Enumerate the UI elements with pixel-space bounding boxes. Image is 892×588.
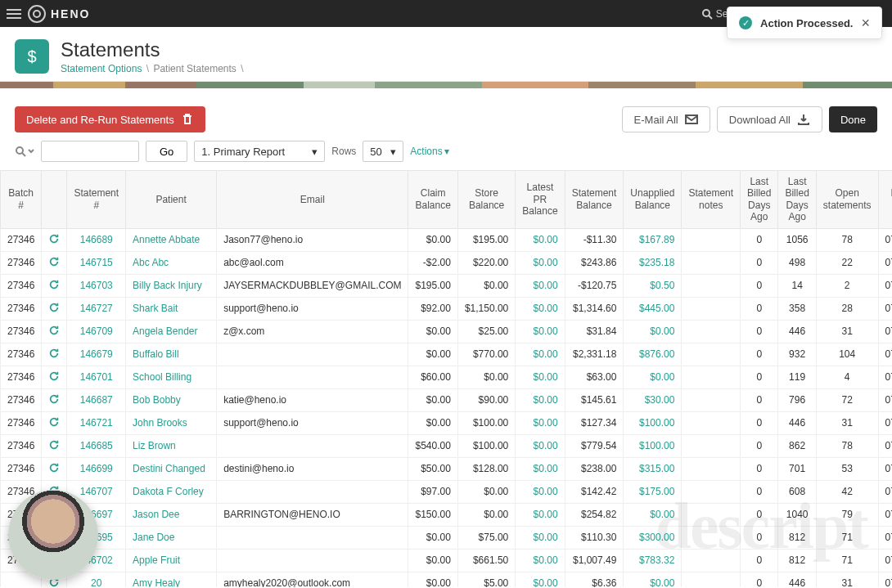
row-link[interactable]: Billy Back Injury xyxy=(133,280,202,291)
row-link[interactable]: Destini Changed xyxy=(133,463,205,474)
email-all-button[interactable]: E-Mail All xyxy=(622,106,710,132)
table-cell[interactable]: Annette Abbate xyxy=(126,228,217,251)
avatar[interactable] xyxy=(8,490,98,580)
table-cell[interactable] xyxy=(42,366,67,388)
row-link[interactable]: 146727 xyxy=(80,303,113,314)
table-cell[interactable]: John Brooks xyxy=(126,411,217,434)
table-cell[interactable]: 146687 xyxy=(67,388,126,411)
row-link[interactable]: Annette Abbate xyxy=(133,234,200,245)
table-row[interactable]: 27346146679Buffalo Bill$0.00$770.00$0.00… xyxy=(1,343,893,366)
download-all-button[interactable]: Download All xyxy=(717,106,822,132)
go-button[interactable]: Go xyxy=(146,141,187,162)
table-row[interactable]: 27346146727Shark Baitsupport@heno.io$92.… xyxy=(1,297,893,320)
table-row[interactable]: 27346146707Dakota F Corley$97.00$0.00$0.… xyxy=(1,480,893,503)
table-cell[interactable]: 146701 xyxy=(67,366,126,388)
table-cell[interactable]: 146727 xyxy=(67,297,126,320)
row-link[interactable]: 146721 xyxy=(80,417,113,429)
row-link[interactable]: John Brooks xyxy=(133,417,187,429)
refresh-icon[interactable] xyxy=(48,256,60,267)
close-icon[interactable]: × xyxy=(861,16,870,30)
table-column-header[interactable] xyxy=(42,171,67,229)
table-column-header[interactable]: Claim Balance xyxy=(408,171,457,229)
table-column-header[interactable]: Last Billed Days Ago xyxy=(778,171,816,229)
row-link[interactable]: 146701 xyxy=(80,371,113,383)
table-row[interactable]: 27346146709Angela Benderz@x.com$0.00$25.… xyxy=(1,320,893,343)
table-cell[interactable]: 146685 xyxy=(67,434,126,457)
table-cell[interactable]: Billy Back Injury xyxy=(126,274,217,297)
row-link[interactable]: School Billing xyxy=(133,371,191,383)
table-cell[interactable] xyxy=(42,228,67,251)
refresh-icon[interactable] xyxy=(48,325,60,336)
table-cell[interactable] xyxy=(42,320,67,343)
table-column-header[interactable]: Unapplied Balance xyxy=(624,171,682,229)
table-cell[interactable] xyxy=(42,388,67,411)
brand-logo[interactable]: HENO xyxy=(28,5,90,23)
table-row[interactable]: 27346146689Annette AbbateJason77@heno.io… xyxy=(1,228,893,251)
row-link[interactable]: 146707 xyxy=(80,486,113,497)
table-column-header[interactable]: Last Billed Days Ago xyxy=(741,171,778,229)
row-link[interactable]: 20 xyxy=(91,577,101,587)
table-row[interactable]: 27346146721John Brookssupport@heno.io$0.… xyxy=(1,411,893,434)
table-cell[interactable]: 146679 xyxy=(67,343,126,366)
row-link[interactable]: Apple Fruit xyxy=(133,554,180,566)
breadcrumb-statement-options[interactable]: Statement Options xyxy=(61,63,142,74)
table-cell[interactable]: School Billing xyxy=(126,366,217,388)
table-cell[interactable] xyxy=(42,434,67,457)
table-column-header[interactable]: Latest PR Balance xyxy=(516,171,565,229)
table-cell[interactable] xyxy=(42,457,67,480)
refresh-icon[interactable] xyxy=(48,370,60,382)
table-row[interactable]: 27346146715Abc Abcabc@aol.com-$2.00$220.… xyxy=(1,251,893,274)
table-column-header[interactable]: Last due date xyxy=(878,171,892,229)
table-cell[interactable]: Jason Dee xyxy=(126,503,217,526)
refresh-icon[interactable] xyxy=(48,302,60,313)
table-cell[interactable]: Amy Healy xyxy=(126,572,217,587)
refresh-icon[interactable] xyxy=(48,393,60,405)
table-cell[interactable]: 146689 xyxy=(67,228,126,251)
menu-icon[interactable] xyxy=(7,7,21,21)
refresh-icon[interactable] xyxy=(48,233,60,245)
row-link[interactable]: Shark Bait xyxy=(133,303,178,314)
table-column-header[interactable]: Statement # xyxy=(67,171,126,229)
row-link[interactable]: 146699 xyxy=(80,463,113,474)
table-cell[interactable]: 20 xyxy=(67,572,126,587)
table-row[interactable]: 27346146699Destini Changeddestini@heno.i… xyxy=(1,457,893,480)
row-link[interactable]: Amy Healy xyxy=(133,577,180,587)
row-link[interactable]: 146703 xyxy=(80,280,113,291)
table-row[interactable]: 27346146701School Billing$60.00$0.00$0.0… xyxy=(1,366,893,388)
row-link[interactable]: 146687 xyxy=(80,394,113,406)
table-column-header[interactable]: Open statements xyxy=(816,171,878,229)
table-column-header[interactable]: Statement Balance xyxy=(565,171,624,229)
row-link[interactable]: Angela Bender xyxy=(133,325,197,337)
refresh-icon[interactable] xyxy=(48,462,60,474)
table-row[interactable]: 27346146703Billy Back InjuryJAYSERMACKDU… xyxy=(1,274,893,297)
table-cell[interactable]: Dakota F Corley xyxy=(126,480,217,503)
refresh-icon[interactable] xyxy=(48,348,60,359)
table-row[interactable]: 27346146685Liz Brown$540.00$100.00$0.00$… xyxy=(1,434,893,457)
refresh-icon[interactable] xyxy=(48,439,60,451)
row-link[interactable]: 146679 xyxy=(80,348,113,360)
table-cell[interactable]: 146721 xyxy=(67,411,126,434)
table-column-header[interactable]: Store Balance xyxy=(457,171,515,229)
table-cell[interactable]: Destini Changed xyxy=(126,457,217,480)
table-cell[interactable]: 146699 xyxy=(67,457,126,480)
report-select[interactable]: 1. Primary Report ▾ xyxy=(194,141,325,162)
table-cell[interactable] xyxy=(42,274,67,297)
filter-search-toggle[interactable] xyxy=(15,146,34,157)
table-row[interactable]: 27346146687Bob Bobbykatie@heno.io$0.00$9… xyxy=(1,388,893,411)
table-cell[interactable]: 146709 xyxy=(67,320,126,343)
delete-rerun-button[interactable]: Delete and Re-Run Statements xyxy=(15,106,205,132)
table-cell[interactable]: Jane Doe xyxy=(126,526,217,549)
table-cell[interactable] xyxy=(42,343,67,366)
row-link[interactable]: 146715 xyxy=(80,257,113,268)
row-link[interactable]: Abc Abc xyxy=(133,257,169,268)
table-cell[interactable] xyxy=(42,251,67,274)
table-row[interactable]: 27346146697Jason DeeBARRINGTON@HENO.IO$1… xyxy=(1,503,893,526)
table-wrap[interactable]: Batch #Statement #PatientEmailClaim Bala… xyxy=(0,170,892,587)
rows-select[interactable]: 50 ▾ xyxy=(363,141,403,162)
row-link[interactable]: 146685 xyxy=(80,440,113,451)
table-row[interactable]: 27346146702Apple Fruit$0.00$661.50$0.00$… xyxy=(1,549,893,572)
row-link[interactable]: 146709 xyxy=(80,325,113,337)
table-cell[interactable] xyxy=(42,411,67,434)
row-link[interactable]: Liz Brown xyxy=(133,440,176,451)
table-cell[interactable]: Shark Bait xyxy=(126,297,217,320)
